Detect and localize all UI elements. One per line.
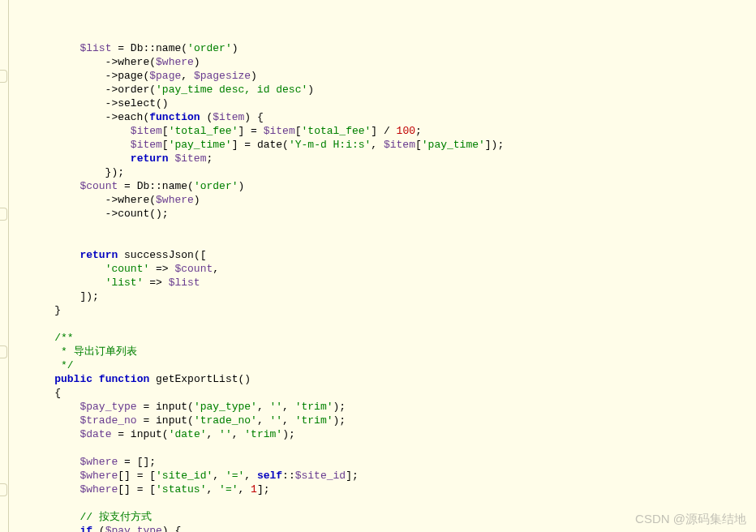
code-line: ->each(function ($item) { bbox=[15, 110, 756, 124]
code-line: { bbox=[15, 386, 756, 400]
code-line: ->where($where) bbox=[15, 193, 756, 207]
code-line: 'count' => $count, bbox=[15, 262, 756, 276]
code-line: 'list' => $list bbox=[15, 276, 756, 290]
code-content: $list = Db::name('order') ->where($where… bbox=[15, 41, 756, 532]
code-editor: $list = Db::name('order') ->where($where… bbox=[0, 0, 756, 532]
code-line: public function getExportList() bbox=[15, 372, 756, 386]
code-line: * 导出订单列表 bbox=[15, 345, 756, 358]
code-line: $item['total_fee'] = $item['total_fee'] … bbox=[15, 124, 756, 138]
code-line: */ bbox=[15, 358, 756, 372]
code-line: return $item; bbox=[15, 152, 756, 165]
fold-gutter bbox=[0, 0, 9, 532]
code-line: $list = Db::name('order') bbox=[15, 41, 756, 55]
code-line bbox=[15, 317, 756, 331]
code-line bbox=[15, 496, 756, 510]
code-line: if ($pay_type) { bbox=[15, 524, 756, 532]
code-line: /** bbox=[15, 331, 756, 345]
code-line: $item['pay_time'] = date('Y-m-d H:i:s', … bbox=[15, 138, 756, 152]
fold-marker[interactable] bbox=[0, 208, 7, 221]
code-line: $pay_type = input('pay_type', '', 'trim'… bbox=[15, 400, 756, 414]
code-line: ]); bbox=[15, 290, 756, 303]
code-line: return successJson([ bbox=[15, 248, 756, 262]
code-line: } bbox=[15, 303, 756, 317]
code-line bbox=[15, 441, 756, 455]
code-line: ->order('pay_time desc, id desc') bbox=[15, 83, 756, 97]
code-line: // 按支付方式 bbox=[15, 510, 756, 524]
code-line bbox=[15, 234, 756, 248]
fold-marker[interactable] bbox=[0, 345, 7, 358]
code-line bbox=[15, 221, 756, 234]
code-line: $where = []; bbox=[15, 455, 756, 469]
code-line: $where[] = ['site_id', '=', self::$site_… bbox=[15, 469, 756, 483]
code-line: $where[] = ['status', '=', 1]; bbox=[15, 483, 756, 496]
code-line: $count = Db::name('order') bbox=[15, 179, 756, 193]
fold-marker[interactable] bbox=[0, 70, 7, 83]
code-line: $trade_no = input('trade_no', '', 'trim'… bbox=[15, 414, 756, 427]
code-line: ->select() bbox=[15, 97, 756, 110]
code-line: ->page($page, $pagesize) bbox=[15, 69, 756, 83]
fold-marker[interactable] bbox=[0, 483, 7, 496]
code-line: ->where($where) bbox=[15, 55, 756, 69]
code-line: ->count(); bbox=[15, 207, 756, 221]
code-line: $date = input('date', '', 'trim'); bbox=[15, 427, 756, 441]
code-line: }); bbox=[15, 165, 756, 179]
